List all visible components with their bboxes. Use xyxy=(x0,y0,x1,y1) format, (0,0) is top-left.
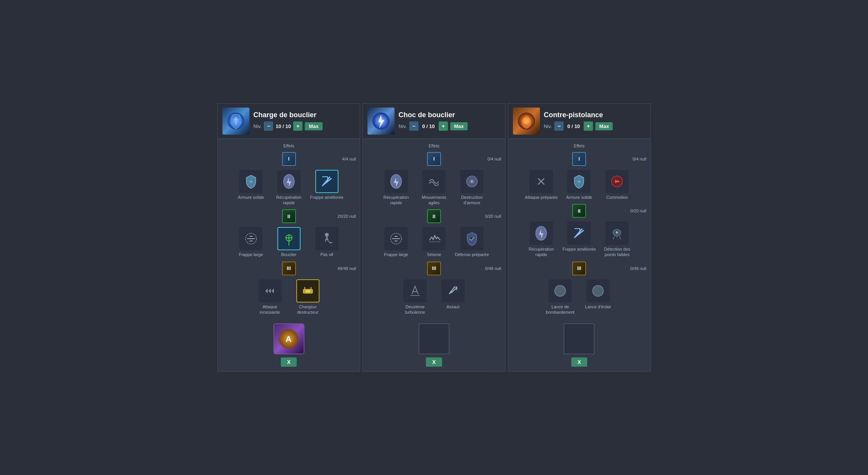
level-value-charge-bouclier: 10 / 10 xyxy=(275,123,291,129)
skill-icon-destruction-armure xyxy=(460,170,484,193)
bottom-section-contre-pistolance: X xyxy=(512,320,646,367)
btn-x-charge-bouclier[interactable]: X xyxy=(281,357,297,367)
skill-item-frappe-large[interactable]: Frappe large xyxy=(234,227,268,257)
skill-item-frappe-large-2[interactable]: Frappe large xyxy=(379,227,413,257)
panel-title-choc-bouclier: Choc de bouclier xyxy=(398,111,500,119)
btn-plus-contre-pistolance[interactable]: + xyxy=(584,121,593,131)
skill-icon-frappe-large-2 xyxy=(384,227,408,250)
svg-text:A: A xyxy=(285,334,292,344)
empty-rune-box-choc-bouclier xyxy=(419,323,449,354)
skill-label-destruction-armure: Destruction d'armure xyxy=(455,195,489,206)
skill-item-defense-preparee[interactable]: Défense préparée xyxy=(455,227,489,257)
btn-x-contre-pistolance[interactable]: X xyxy=(571,357,587,367)
tier2-row-contre-pistolance: II0/20 null xyxy=(512,204,646,218)
skill-item-attaque-incessante[interactable]: Attaque incessante xyxy=(253,279,287,315)
btn-plus-choc-bouclier[interactable]: + xyxy=(439,121,448,131)
bottom-section-choc-bouclier: X xyxy=(367,320,501,367)
tier3-skills-choc-bouclier: Deuxième turbulenceAssaut xyxy=(367,279,501,315)
tier3-count-contre-pistolance: 0/48 null xyxy=(630,266,646,271)
skill-label-attaque-incessante: Attaque incessante xyxy=(253,304,287,315)
skill-icon-frappe-large xyxy=(239,227,263,250)
skill-item-destruction-armure[interactable]: Destruction d'armure xyxy=(455,170,489,206)
skill-item-chargeur-destructeur[interactable]: Chargeur destructeur xyxy=(290,279,325,315)
btn-max-contre-pistolance[interactable]: Max xyxy=(595,122,613,130)
skill-icon-mouvements-agiles xyxy=(422,170,446,193)
header-info-contre-pistolance: Contre-pistolanceNiv.−0 / 10+Max xyxy=(544,111,646,131)
level-row-charge-bouclier: Niv.−10 / 10+Max xyxy=(253,121,355,131)
skill-item-mouvements-agiles[interactable]: Mouvements agiles xyxy=(417,170,451,206)
svg-point-26 xyxy=(555,285,566,296)
header-icon-charge-bouclier xyxy=(222,108,249,135)
skill-item-deuxieme-turbulence[interactable]: Deuxième turbulence xyxy=(398,279,432,315)
skill-label-attaque-preparee: Attaque préparée xyxy=(525,195,558,200)
skill-icon-seisme xyxy=(422,227,446,250)
tier1-badge-charge-bouclier: I xyxy=(282,152,296,166)
tier2-count-contre-pistolance: 0/20 null xyxy=(630,208,646,213)
skill-icon-assaut xyxy=(441,279,465,302)
panel-header-contre-pistolance: Contre-pistolanceNiv.−0 / 10+Max xyxy=(508,104,650,139)
skill-label-lance-bombardement: Lance de bombardement xyxy=(543,304,578,315)
tier3-row-contre-pistolance: III0/48 null xyxy=(512,261,646,275)
btn-minus-contre-pistolance[interactable]: − xyxy=(554,121,564,131)
tier1-skills-contre-pistolance: Attaque préparée+Armure solideCommotion xyxy=(512,170,646,200)
skill-item-recuperation-rapide[interactable]: Récupération rapide xyxy=(272,170,306,206)
header-info-choc-bouclier: Choc de bouclierNiv.−0 / 10+Max xyxy=(398,111,500,131)
btn-max-charge-bouclier[interactable]: Max xyxy=(305,122,322,130)
skill-label-armure-solide: Armure solide xyxy=(238,195,264,200)
skill-panel-contre-pistolance: Contre-pistolanceNiv.−0 / 10+MaxEffetsI0… xyxy=(508,103,651,372)
tier3-skills-charge-bouclier: Attaque incessanteChargeur destructeur xyxy=(222,279,356,315)
level-value-contre-pistolance: 0 / 10 xyxy=(566,123,581,129)
skill-label-frappe-amelioree-3: Frappe améliorée xyxy=(562,246,596,252)
skill-icon-attaque-incessante xyxy=(258,279,282,302)
skill-item-bouclier[interactable]: Bouclier xyxy=(272,227,306,257)
skill-label-chargeur-destructeur: Chargeur destructeur xyxy=(290,304,325,315)
skill-icon-commotion xyxy=(605,170,629,193)
skill-item-commotion[interactable]: Commotion xyxy=(600,170,634,200)
tier1-row-choc-bouclier: I0/4 null xyxy=(367,152,501,166)
tier2-count-choc-bouclier: 0/20 null xyxy=(485,214,501,219)
skill-item-armure-solide[interactable]: +Armure solide xyxy=(234,170,268,206)
svg-rect-9 xyxy=(306,290,310,292)
skill-item-pas-vif[interactable]: Pas vif xyxy=(309,227,344,257)
tier3-skills-contre-pistolance: Lance de bombardementLance d'éclair xyxy=(512,279,646,315)
skill-icon-chargeur-destructeur xyxy=(296,279,320,302)
panel-body-contre-pistolance: EffetsI0/4 nullAttaque préparée+Armure s… xyxy=(508,139,650,371)
panel-title-contre-pistolance: Contre-pistolance xyxy=(544,111,646,119)
skill-item-seisme[interactable]: Séisme xyxy=(417,227,451,257)
btn-minus-charge-bouclier[interactable]: − xyxy=(264,121,273,131)
skill-item-assaut[interactable]: Assaut xyxy=(436,279,470,315)
skill-icon-armure-solide-3: + xyxy=(567,170,591,193)
skill-item-detection-points-faibles[interactable]: Détection des points faibles xyxy=(600,222,634,258)
tier2-count-charge-bouclier: 20/20 null xyxy=(338,214,356,219)
skill-item-recuperation-rapide-3[interactable]: Récupération rapide xyxy=(524,222,559,258)
btn-plus-charge-bouclier[interactable]: + xyxy=(293,121,302,131)
tier2-skills-charge-bouclier: Frappe largeBouclierPas vif xyxy=(222,227,356,257)
skill-icon-deuxieme-turbulence xyxy=(403,279,427,302)
skill-label-pas-vif: Pas vif xyxy=(320,252,333,257)
skill-label-frappe-amelioree: Frappe améliorée xyxy=(310,195,343,200)
skill-label-recuperation-rapide: Récupération rapide xyxy=(272,195,306,206)
skill-panel-charge-bouclier: Charge de bouclierNiv.−10 / 10+MaxEffets… xyxy=(217,103,360,372)
tier2-row-charge-bouclier: II20/20 null xyxy=(222,209,356,223)
skill-item-frappe-amelioree[interactable]: Frappe améliorée xyxy=(309,170,344,206)
skill-item-lance-bombardement[interactable]: Lance de bombardement xyxy=(543,279,578,315)
empty-rune-box-contre-pistolance xyxy=(564,323,595,354)
skill-item-frappe-amelioree-3[interactable]: Frappe améliorée xyxy=(562,222,596,258)
effects-header-contre-pistolance: Effets xyxy=(512,144,646,148)
tier1-row-contre-pistolance: I0/4 null xyxy=(512,152,646,166)
tier1-count-contre-pistolance: 0/4 null xyxy=(633,157,646,161)
skill-item-attaque-preparee[interactable]: Attaque préparée xyxy=(524,170,559,200)
btn-x-choc-bouclier[interactable]: X xyxy=(426,357,442,367)
skill-icon-frappe-amelioree-3 xyxy=(567,222,591,245)
tier1-count-choc-bouclier: 0/4 null xyxy=(487,157,501,161)
btn-max-choc-bouclier[interactable]: Max xyxy=(450,122,468,130)
btn-minus-choc-bouclier[interactable]: − xyxy=(409,121,419,131)
skill-label-frappe-large: Frappe large xyxy=(239,252,263,257)
svg-point-16 xyxy=(471,181,473,182)
skill-item-recuperation-rapide-2[interactable]: Récupération rapide xyxy=(379,170,413,206)
skill-panels-container: Charge de bouclierNiv.−10 / 10+MaxEffets… xyxy=(217,103,651,372)
panel-header-charge-bouclier: Charge de bouclierNiv.−10 / 10+Max xyxy=(218,104,360,139)
skill-item-lance-eclair[interactable]: Lance d'éclair xyxy=(581,279,615,315)
svg-text:+: + xyxy=(578,179,581,185)
skill-item-armure-solide-3[interactable]: +Armure solide xyxy=(562,170,596,200)
